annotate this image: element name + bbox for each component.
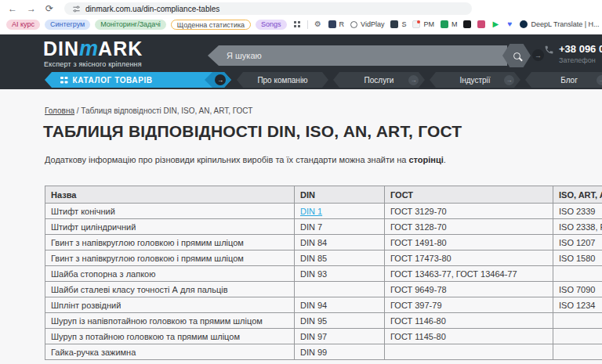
bookmarks-bar: AI курсСинтегрумМоніторинг/ЗадачіЩоденна… (0, 17, 602, 31)
bookmark-links: ⚙RVidPlaySPMM▶♥DeepL Translate | H...✦Go… (293, 20, 602, 29)
square-icon (463, 20, 471, 28)
globe-icon (350, 21, 357, 28)
table-cell: DIN 95 (295, 313, 385, 329)
main-nav: КАТАЛОГ ТОВАРІВ → Про компаніюПослуги→Ін… (0, 70, 602, 89)
square-icon (441, 20, 448, 28)
table-header-cell: ISO, ART, AN, PN (553, 186, 602, 204)
intro-text: Додаткову інформацію про різновиди кріпи… (45, 155, 446, 164)
reload-icon[interactable]: ⟳ (45, 4, 53, 13)
bookmark-item[interactable]: PM (412, 20, 434, 28)
search-input[interactable] (208, 45, 507, 66)
table-row: Шайба стопорна з лапкоюDIN 93ГОСТ 13463-… (45, 266, 602, 282)
table-cell: ISO 1580 (553, 250, 602, 266)
bookmark-label: M (452, 20, 458, 28)
phone-number[interactable]: +38 096 0 (559, 43, 602, 56)
bookmark-item[interactable] (477, 20, 485, 28)
bookmark-group-pill[interactable]: Синтегрум (45, 20, 90, 30)
page-title: ТАБЛИЦЯ ВІДПОВІДНОСТІ DIN, ISO, AN, ART,… (43, 122, 462, 141)
table-cell: Гвинт з напівкруглою головкою і прямим ш… (45, 250, 295, 266)
bookmark-item[interactable]: R (328, 20, 345, 28)
nav-item-блог[interactable]: Блог→ (525, 72, 602, 88)
bookmark-label: VidPlay (361, 20, 384, 28)
site-logo[interactable]: DINmARK (43, 38, 143, 61)
nav-item-label: Послуги (364, 76, 394, 85)
table-cell (553, 313, 602, 329)
square-icon (477, 20, 485, 28)
intro-page-link[interactable]: сторінці (408, 155, 443, 164)
bookmark-item[interactable]: ▶ (491, 20, 499, 28)
bookmark-item[interactable]: ⚙ (314, 20, 322, 28)
nav-item-label: Індустрії (459, 76, 490, 85)
breadcrumb: Головна / Таблиця відповідності DIN, ISO… (45, 106, 252, 115)
table-cell: ISO 1207 (553, 235, 602, 250)
intro-before: Додаткову інформацію про різновиди кріпи… (45, 155, 408, 164)
compliance-table-wrap: НазваDINГОСТISO, ART, AN, PN Штифт коніч… (45, 186, 602, 360)
bookmark-item[interactable]: DeepL Translate | H... (520, 20, 599, 28)
notification-dot-icon (417, 20, 420, 23)
table-cell: ГОСТ 3128-70 (385, 219, 553, 235)
table-row: Гайка-ручка зажимнаDIN 99 (45, 344, 602, 360)
logo-ark: ARK (98, 38, 143, 59)
logo-tagline: Експерт з якісного кріплення (44, 60, 142, 68)
table-cell (553, 344, 602, 360)
bookmark-item[interactable]: M (441, 20, 458, 28)
table-cell: ISO 1234 (553, 297, 602, 313)
table-cell: ГОСТ 17473-80 (385, 250, 553, 266)
table-cell: ГОСТ 1491-80 (385, 235, 553, 250)
bookmark-item[interactable] (463, 20, 471, 28)
bookmark-label: PM (423, 20, 434, 28)
table-row: Шуруп із напівпотайною головкою та прями… (45, 313, 602, 329)
table-cell: ГОСТ 13463-77, ГОСТ 13464-77 (385, 266, 553, 282)
table-cell: DIN 97 (295, 329, 385, 344)
table-cell: ISO 2338, PN 84 (553, 219, 602, 235)
browser-window: ← → ⟳ dinmark.com.ua/din-compliance-tabl… (0, 0, 602, 364)
table-row: Шайби сталеві класу точності А для пальц… (45, 282, 602, 297)
bookmark-label: R (339, 20, 345, 28)
address-bar[interactable]: dinmark.com.ua/din-compliance-tables (64, 2, 472, 15)
nav-item-про-компанію[interactable]: Про компанію (237, 72, 328, 88)
bookmark-item[interactable]: VidPlay (350, 20, 384, 28)
table-row: Штифт циліндричнийDIN 7ГОСТ 3128-70ISO 2… (45, 219, 602, 235)
breadcrumb-current: Таблиця відповідності DIN, ISO, AN, ART,… (81, 106, 252, 115)
bookmark-item[interactable]: ♥ (506, 20, 513, 28)
table-cell: DIN 84 (295, 235, 385, 250)
table-cell: Шуруп з потайною головкою та прямим шліц… (45, 329, 295, 344)
nav-item-послуги[interactable]: Послуги→ (333, 72, 425, 88)
forward-icon[interactable]: → (27, 4, 36, 13)
bookmark-group-pill[interactable]: Моніторинг/Задачі (95, 20, 166, 30)
phone-caption: Зателефон (559, 56, 602, 64)
table-cell (295, 282, 385, 297)
bookmark-group-pill[interactable]: AI курс (6, 20, 40, 30)
bookmark-item[interactable] (293, 20, 301, 28)
bookmark-groups: AI курсСинтегрумМоніторинг/ЗадачіЩоденна… (6, 20, 287, 30)
table-cell: ГОСТ 397-79 (385, 297, 553, 313)
table-cell: DIN 99 (295, 344, 385, 360)
table-cell: Шуруп із напівпотайною головкою та прями… (45, 313, 295, 329)
bookmark-label: S (401, 20, 406, 28)
bookmark-group-pill[interactable]: Щоденна статистика (171, 20, 251, 30)
arrow-right-icon: → (408, 75, 419, 85)
search-icon (513, 52, 520, 59)
nav-item-індустрії[interactable]: Індустрії→ (430, 72, 520, 88)
table-cell: Штифт конічний (45, 204, 295, 219)
table-cell: DIN 94 (295, 297, 385, 313)
site-info-icon[interactable] (72, 5, 81, 13)
table-cell: Шайба стопорна з лапкою (45, 266, 295, 282)
din-standard-link[interactable]: DIN 1 (300, 207, 322, 216)
table-cell: ГОСТ 1145-80 (385, 329, 553, 344)
nav-item-label: Блог (560, 76, 578, 85)
bookmark-group-pill[interactable]: Songs (256, 20, 287, 30)
search-arrow-icon[interactable]: → (532, 49, 544, 61)
table-row: Штифт конічнийDIN 1ГОСТ 3129-70ISO 2339 (45, 204, 602, 219)
heart-icon: ♥ (506, 20, 513, 28)
table-row: Гвинт з напівкруглою головкою і прямим ш… (45, 250, 602, 266)
table-cell: DIN 93 (295, 266, 385, 282)
table-cell: ISO 7090 (553, 282, 602, 297)
square-dot-icon (412, 20, 420, 28)
table-row: Шплінт розвіднийDIN 94ГОСТ 397-79ISO 123… (45, 297, 602, 313)
bookmark-item[interactable]: S (390, 20, 406, 28)
back-icon[interactable]: ← (8, 4, 17, 13)
bookmarks-separator (307, 20, 308, 29)
catalog-button[interactable]: КАТАЛОГ ТОВАРІВ → (45, 72, 231, 88)
breadcrumb-home-link[interactable]: Головна (45, 106, 74, 115)
